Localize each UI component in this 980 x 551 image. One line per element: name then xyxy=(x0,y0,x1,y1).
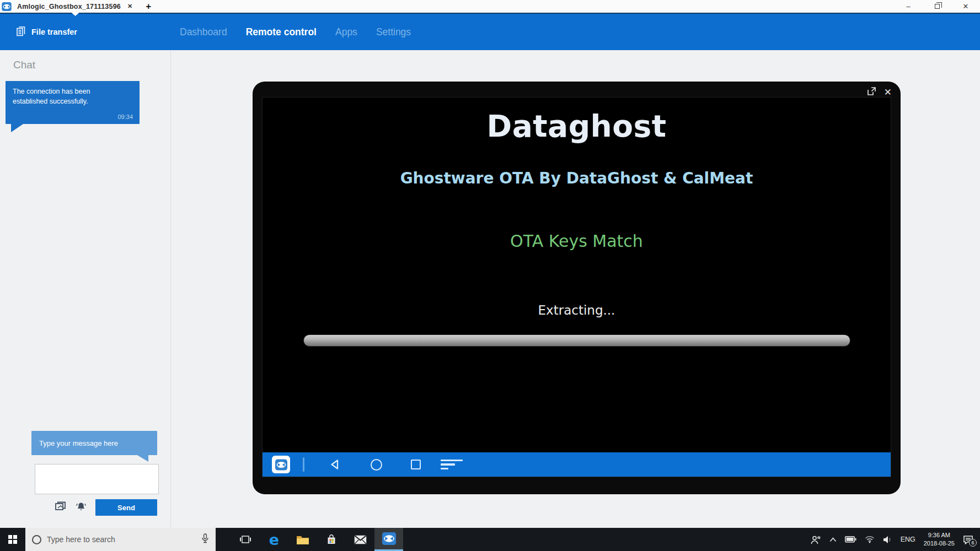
ota-status-text: OTA Keys Match xyxy=(263,231,891,251)
chat-message-time: 09:34 xyxy=(13,114,133,120)
windows-logo-icon xyxy=(8,535,17,544)
new-tab-button[interactable]: + xyxy=(146,2,151,11)
restore-button[interactable] xyxy=(923,0,951,13)
teamviewer-window: Amlogic_Ghostbox_171113596 ✕ + – ✕ File … xyxy=(0,0,980,551)
file-transfer-icon xyxy=(17,26,26,38)
teamviewer-taskbar-icon[interactable] xyxy=(374,528,403,551)
content-area: Chat The connection has been established… xyxy=(0,51,980,528)
battery-icon[interactable] xyxy=(845,536,856,543)
file-transfer-label: File transfer xyxy=(31,28,77,36)
task-view-icon[interactable] xyxy=(231,528,260,551)
wifi-icon[interactable] xyxy=(865,536,875,543)
popout-icon[interactable] xyxy=(866,86,877,99)
clock[interactable]: 9:36 AM 2018-08-25 xyxy=(924,531,955,548)
people-icon[interactable] xyxy=(811,535,821,544)
window-controls: – ✕ xyxy=(894,0,980,13)
tab-bar: Amlogic_Ghostbox_171113596 ✕ + – ✕ xyxy=(0,0,980,13)
chat-input-tooltip-text: Type your message here xyxy=(39,439,118,447)
tab-apps[interactable]: Apps xyxy=(335,26,357,38)
remote-app-subtitle: Ghostware OTA By DataGhost & CalMeat xyxy=(263,169,891,187)
action-center-icon[interactable]: 6 xyxy=(963,535,973,544)
chat-heading: Chat xyxy=(13,59,35,71)
windows-taskbar: e xyxy=(0,528,980,551)
android-home-icon[interactable] xyxy=(369,457,383,472)
remote-screen-controls: ✕ xyxy=(866,86,892,99)
clock-time: 9:36 AM xyxy=(924,531,955,539)
close-button[interactable]: ✕ xyxy=(951,0,980,13)
session-tab[interactable]: Amlogic_Ghostbox_171113596 ✕ xyxy=(13,0,138,13)
main-toolbar: File transfer Dashboard Remote control A… xyxy=(0,13,980,50)
progress-bar xyxy=(303,334,850,347)
file-explorer-icon[interactable] xyxy=(288,528,317,551)
chat-bubble-tail xyxy=(11,124,23,132)
tooltip-tail xyxy=(137,455,148,462)
remote-screen[interactable]: Dataghost Ghostware OTA By DataGhost & C… xyxy=(262,97,891,477)
teamviewer-logo-icon xyxy=(2,2,13,12)
chat-input[interactable] xyxy=(35,464,159,494)
hidden-icons-chevron[interactable] xyxy=(829,537,837,542)
restore-icon xyxy=(935,4,940,9)
tab-dashboard[interactable]: Dashboard xyxy=(180,26,227,38)
android-recents-icon[interactable] xyxy=(409,457,423,472)
language-indicator[interactable]: ENG xyxy=(901,536,915,543)
chat-message-bubble: The connection has been established succ… xyxy=(6,81,140,124)
clock-date: 2018-08-25 xyxy=(924,539,955,548)
tab-settings[interactable]: Settings xyxy=(376,26,411,38)
android-menu-icon[interactable] xyxy=(445,457,459,472)
remote-close-icon[interactable]: ✕ xyxy=(884,88,892,97)
start-button[interactable] xyxy=(0,528,25,551)
tab-close-icon[interactable]: ✕ xyxy=(127,3,132,10)
remote-app-title: Dataghost xyxy=(263,109,891,144)
cortana-icon xyxy=(32,535,41,544)
edge-icon[interactable]: e xyxy=(260,528,288,551)
screenshot-icon[interactable] xyxy=(55,501,67,514)
teamviewer-quicksupport-button[interactable] xyxy=(272,456,290,473)
minimize-button[interactable]: – xyxy=(894,0,923,13)
tab-remote-control[interactable]: Remote control xyxy=(246,26,317,38)
main-nav: Dashboard Remote control Apps Settings xyxy=(180,26,411,38)
microsoft-store-icon[interactable] xyxy=(317,528,346,551)
android-back-icon[interactable] xyxy=(328,457,342,472)
taskbar-search[interactable] xyxy=(25,528,216,551)
chat-message-text: The connection has been established succ… xyxy=(13,87,108,106)
taskbar-apps: e xyxy=(231,528,403,551)
volume-icon[interactable] xyxy=(883,536,892,544)
microphone-icon[interactable] xyxy=(201,533,209,546)
system-tray: ENG 9:36 AM 2018-08-25 6 xyxy=(811,528,980,551)
file-transfer-button[interactable]: File transfer xyxy=(17,26,77,38)
android-nav-bar xyxy=(263,452,891,477)
navbar-separator xyxy=(303,457,304,472)
mail-icon[interactable] xyxy=(346,528,374,551)
send-button[interactable]: Send xyxy=(95,499,157,516)
chat-panel: Chat The connection has been established… xyxy=(0,51,171,528)
bell-icon[interactable] xyxy=(76,501,87,514)
progress-label: Extracting... xyxy=(263,303,891,317)
remote-screen-bezel: ✕ Dataghost Ghostware OTA By DataGhost &… xyxy=(253,82,901,494)
search-input[interactable] xyxy=(47,535,196,544)
chat-actions: Send xyxy=(55,499,157,516)
chat-input-tooltip: Type your message here xyxy=(31,431,157,455)
notification-badge: 6 xyxy=(969,539,977,547)
session-tab-title: Amlogic_Ghostbox_171113596 xyxy=(17,3,121,10)
